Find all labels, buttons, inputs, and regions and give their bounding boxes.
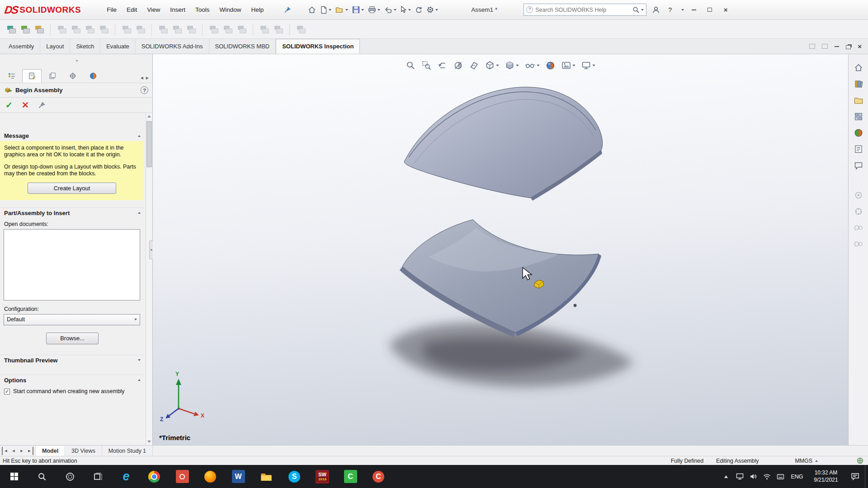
panel-gripper[interactable] — [0, 54, 152, 68]
collapse-icon[interactable] — [138, 379, 141, 381]
help-icon[interactable]: ? — [664, 5, 676, 15]
recorder-icon[interactable]: C — [364, 465, 392, 488]
chevron-down-icon[interactable] — [641, 9, 644, 11]
minimize-button[interactable] — [688, 5, 700, 15]
appearances-scenes-icon[interactable] — [853, 127, 864, 138]
chevron-down-icon[interactable] — [408, 9, 411, 11]
tab-solidworks-add-ins[interactable]: SOLIDWORKS Add-Ins — [136, 39, 209, 54]
scroll-up-icon[interactable] — [147, 115, 151, 117]
tab-solidworks-inspection[interactable]: SOLIDWORKS Inspection — [276, 39, 360, 54]
menu-window[interactable]: Window — [215, 4, 246, 15]
tab-sketch[interactable]: Sketch — [70, 39, 100, 54]
chevron-down-icon[interactable] — [681, 9, 684, 11]
ribbon-icon[interactable] — [236, 23, 247, 35]
chevron-down-icon[interactable] — [593, 65, 595, 66]
design-library-icon[interactable] — [853, 79, 864, 89]
panel-scrollbar[interactable] — [146, 113, 152, 445]
options-section-header[interactable]: Options — [0, 375, 145, 385]
previous-tab-icon[interactable]: ◀ — [10, 447, 17, 455]
save-icon[interactable] — [351, 5, 365, 14]
cortana-icon[interactable] — [56, 465, 84, 488]
chrome-icon[interactable] — [140, 465, 168, 488]
units-chevron-icon[interactable] — [815, 460, 818, 462]
tags-globe-icon[interactable] — [857, 457, 863, 464]
speaker-icon[interactable] — [746, 465, 760, 488]
document-minimize-icon[interactable] — [835, 46, 839, 47]
previous-view-icon[interactable] — [437, 60, 448, 71]
panel-collapse-handle[interactable] — [149, 240, 153, 259]
solidworks-forum-icon[interactable] — [853, 160, 864, 171]
taskbar-clock[interactable]: 10:32 AM 9/21/2021 — [807, 465, 845, 488]
first-tab-icon[interactable]: ◀ — [2, 447, 9, 455]
ribbon-icon[interactable] — [208, 23, 219, 35]
zoom-to-area-icon[interactable] — [421, 60, 433, 71]
browse-button[interactable]: Browse... — [46, 333, 99, 344]
taskpane-icon[interactable] — [853, 206, 864, 217]
ribbon-icon[interactable] — [157, 23, 169, 35]
model-lower-part[interactable] — [400, 220, 601, 337]
menu-file[interactable]: File — [102, 4, 122, 15]
tab-evaluate[interactable]: Evaluate — [100, 39, 136, 54]
ok-button[interactable]: ✓ — [5, 100, 13, 110]
hide-show-items-icon[interactable] — [524, 60, 541, 71]
camtasia-icon[interactable]: C — [336, 465, 364, 488]
wifi-icon[interactable] — [760, 465, 774, 488]
previous-window-icon[interactable] — [809, 44, 815, 49]
chevron-down-icon[interactable] — [435, 9, 438, 11]
dynamic-annotation-icon[interactable] — [468, 60, 480, 71]
display-style-icon[interactable] — [504, 60, 520, 71]
featuremanager-tree-tab[interactable] — [2, 69, 21, 83]
file-explorer-taskbar-icon[interactable] — [252, 465, 280, 488]
tab-3d-views[interactable]: 3D Views — [65, 446, 102, 456]
cancel-button[interactable]: ✕ — [22, 100, 29, 110]
last-tab-icon[interactable]: ▶ — [26, 447, 33, 455]
collapse-icon[interactable] — [138, 212, 141, 214]
scroll-tabs-right-icon[interactable]: ▶ — [146, 76, 149, 80]
print-icon[interactable] — [367, 5, 382, 14]
close-button[interactable]: × — [720, 5, 731, 15]
next-tab-icon[interactable]: ▶ — [18, 447, 25, 455]
dimxpertmanager-tab[interactable] — [63, 69, 82, 83]
open-documents-list[interactable] — [4, 229, 140, 300]
message-section-header[interactable]: Message — [0, 131, 145, 141]
section-view-icon[interactable] — [453, 60, 464, 71]
graphics-area[interactable]: Y X Z *Trimetric — [153, 54, 848, 445]
edge-icon[interactable]: e — [112, 465, 140, 488]
view-settings-icon[interactable] — [580, 60, 596, 71]
ribbon-icon[interactable] — [84, 23, 95, 35]
insert-section-header[interactable]: Part/Assembly to Insert — [0, 207, 145, 218]
tab-motion-study-1[interactable]: Motion Study 1 — [102, 446, 153, 456]
ribbon-icon[interactable] — [185, 23, 197, 35]
view-palette-icon[interactable] — [853, 111, 864, 122]
chevron-down-icon[interactable] — [496, 65, 499, 66]
scrollbar-thumb[interactable] — [146, 121, 152, 167]
ribbon-icon[interactable] — [222, 23, 233, 35]
apply-scene-icon[interactable] — [561, 60, 576, 71]
tab-model[interactable]: Model — [36, 445, 65, 456]
maximize-button[interactable] — [704, 5, 716, 15]
document-restore-icon[interactable] — [846, 45, 851, 49]
search-input[interactable] — [535, 7, 632, 13]
collapse-icon[interactable] — [138, 135, 141, 137]
chevron-down-icon[interactable] — [345, 9, 348, 11]
ribbon-icon[interactable] — [171, 23, 183, 35]
action-center-icon[interactable] — [845, 465, 865, 488]
chevron-down-icon[interactable] — [537, 65, 540, 66]
taskbar-app-icon[interactable] — [168, 465, 196, 488]
chevron-down-icon[interactable] — [394, 9, 396, 11]
start-button[interactable] — [0, 465, 28, 488]
help-search-box[interactable]: ? — [524, 4, 646, 16]
select-icon[interactable] — [399, 5, 412, 14]
rebuild-icon[interactable] — [414, 5, 424, 14]
chevron-down-icon[interactable] — [361, 9, 364, 11]
home-icon[interactable] — [307, 5, 317, 15]
word-icon[interactable]: W — [224, 465, 252, 488]
units-selector[interactable]: MMGS — [795, 458, 812, 464]
document-close-icon[interactable]: × — [858, 42, 862, 50]
start-command-checkbox[interactable]: ✓ — [4, 389, 10, 394]
ribbon-icon[interactable] — [259, 23, 270, 35]
chevron-down-icon[interactable] — [516, 65, 519, 66]
ime-keyboard-icon[interactable] — [774, 465, 787, 488]
task-view-icon[interactable] — [84, 465, 112, 488]
search-icon[interactable] — [632, 6, 640, 14]
